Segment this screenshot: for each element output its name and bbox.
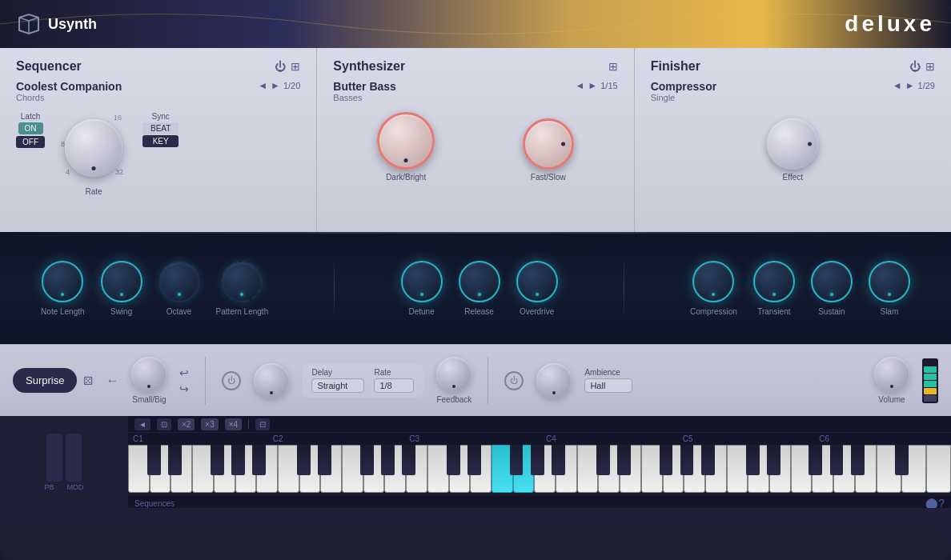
redo-icon[interactable]: ↪	[179, 382, 189, 395]
delay-knob[interactable]	[254, 363, 289, 398]
meter-bar-1	[924, 366, 937, 373]
black-key[interactable]	[701, 445, 715, 475]
black-key[interactable]	[318, 445, 331, 475]
seq-square-btn[interactable]: ⊡	[255, 418, 270, 430]
synthesizer-prev[interactable]: ◄	[575, 80, 584, 91]
white-key[interactable]	[128, 445, 150, 493]
volume-knob[interactable]	[874, 357, 909, 392]
release-container: Release	[459, 261, 500, 316]
black-key[interactable]	[617, 445, 631, 475]
black-key[interactable]	[297, 445, 311, 475]
black-key[interactable]	[252, 445, 266, 475]
app-container: Usynth deluxe Sequencer ⏻ ⊞ Coolest Comp…	[0, 0, 951, 560]
finisher-grid-icon[interactable]: ⊞	[925, 60, 935, 73]
white-key[interactable]	[427, 445, 449, 493]
white-key[interactable]	[577, 445, 599, 493]
rate-knob[interactable]	[65, 119, 122, 177]
ambience-title: Ambience	[584, 368, 632, 377]
black-key[interactable]	[402, 445, 415, 475]
black-key[interactable]	[596, 445, 610, 475]
rate-select[interactable]: 1/8 1/4 1/16	[374, 378, 414, 393]
ambience-knob[interactable]	[536, 363, 572, 398]
note-length-knob[interactable]	[42, 261, 83, 302]
dark-bright-knob[interactable]	[377, 112, 435, 170]
swing-knob[interactable]	[101, 261, 142, 302]
latch-on-btn[interactable]: ON	[18, 122, 43, 134]
undo-icon[interactable]: ↩	[179, 366, 189, 379]
sequencer-next[interactable]: ►	[271, 80, 280, 91]
sync-key-btn[interactable]: KEY	[142, 135, 179, 147]
slam-knob[interactable]	[869, 261, 910, 302]
compression-knob[interactable]	[692, 261, 734, 302]
release-knob[interactable]	[459, 261, 500, 302]
pb-key[interactable]	[46, 434, 62, 482]
seq-x4-btn[interactable]: ×4	[225, 418, 242, 430]
rate-knob-container: 16 8 4 32 Rate	[58, 112, 130, 196]
black-key[interactable]	[510, 445, 524, 475]
sequencer-prev[interactable]: ◄	[258, 80, 267, 91]
synthesizer-next[interactable]: ►	[588, 80, 597, 91]
black-key[interactable]	[360, 445, 374, 475]
ambience-select[interactable]: Hall Room Plate Spring	[584, 378, 632, 393]
octave-knob[interactable]	[158, 261, 200, 302]
white-key[interactable]	[278, 445, 299, 493]
pattern-length-knob[interactable]	[221, 261, 263, 302]
small-big-knob[interactable]	[131, 357, 167, 392]
white-key[interactable]	[727, 445, 748, 493]
seq-x3-btn[interactable]: ×3	[201, 418, 218, 430]
grid-icon[interactable]: ⊞	[291, 60, 300, 73]
effect-knob[interactable]	[767, 118, 818, 170]
black-key[interactable]	[851, 445, 865, 475]
black-key[interactable]	[447, 445, 460, 475]
detune-knob[interactable]	[401, 261, 443, 302]
volume-meter	[922, 358, 938, 403]
feedback-knob[interactable]	[436, 357, 471, 392]
mod-key[interactable]	[66, 434, 82, 482]
synthesizer-title: Synthesizer	[333, 59, 405, 74]
black-key[interactable]	[168, 445, 182, 475]
finisher-next[interactable]: ►	[905, 80, 915, 91]
latch-off-btn[interactable]: OFF	[16, 136, 45, 148]
seq-copy-btn[interactable]: ⊡	[157, 418, 171, 430]
black-key[interactable]	[147, 445, 161, 475]
black-key[interactable]	[467, 445, 481, 475]
sequencer-header: Sequencer ⏻ ⊞	[16, 59, 300, 74]
ambience-power-btn[interactable]: ⏻	[504, 371, 524, 390]
white-key[interactable]	[926, 445, 951, 493]
seq-play-btn[interactable]: ◄	[134, 418, 150, 430]
fast-slow-knob[interactable]	[523, 118, 574, 170]
black-key[interactable]	[381, 445, 395, 475]
synthesizer-header: Synthesizer ⊞	[333, 59, 617, 74]
brand-luxe: luxe	[877, 11, 935, 36]
seq-x2-btn[interactable]: ×2	[178, 418, 195, 430]
black-key[interactable]	[830, 445, 844, 475]
tick-16: 16	[114, 114, 122, 122]
black-key[interactable]	[231, 445, 245, 475]
transient-knob[interactable]	[753, 261, 795, 302]
sync-beat-btn[interactable]: BEAT	[142, 122, 179, 134]
delay-power-btn[interactable]: ⏻	[222, 371, 241, 390]
octave-group-c6	[877, 445, 951, 496]
black-key[interactable]	[809, 445, 822, 475]
keyboard-settings-icon[interactable]: ⬤?	[925, 497, 945, 508]
tick-32: 32	[115, 168, 123, 176]
black-key[interactable]	[552, 445, 565, 475]
black-key[interactable]	[895, 445, 909, 475]
header-brand: deluxe	[845, 11, 935, 37]
delay-select[interactable]: Straight Dotted Triplet	[311, 378, 364, 393]
surprise-button[interactable]: Surprise	[13, 368, 77, 393]
power-icon[interactable]: ⏻	[275, 60, 286, 73]
finisher-prev[interactable]: ◄	[893, 80, 902, 91]
synth-grid-icon[interactable]: ⊞	[608, 60, 618, 73]
rate-label-group: Rate 1/8 1/4 1/16	[374, 368, 414, 393]
sustain-knob[interactable]	[811, 261, 853, 302]
black-key[interactable]	[211, 445, 224, 475]
black-key[interactable]	[660, 445, 673, 475]
arrow-left-icon[interactable]: ←	[106, 374, 118, 388]
finisher-power-icon[interactable]: ⏻	[909, 60, 921, 73]
black-key[interactable]	[746, 445, 760, 475]
black-key[interactable]	[531, 445, 544, 475]
black-key[interactable]	[680, 445, 694, 475]
black-key[interactable]	[767, 445, 780, 475]
overdrive-knob[interactable]	[516, 261, 558, 302]
